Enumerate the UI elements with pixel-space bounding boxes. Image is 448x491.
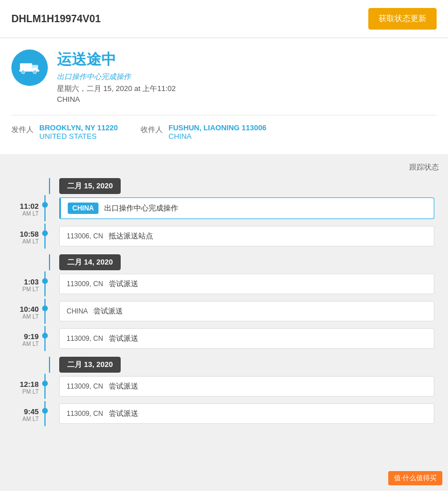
event-description: 尝试派送: [109, 333, 138, 344]
event-box: CHINA出口操作中心完成操作: [59, 197, 434, 219]
timeline-item: 10:40AM LTCHINA尝试派送: [9, 299, 439, 324]
addresses: 发件人 BROOKLYN, NY 11220 UNITED STATES 收件人…: [11, 115, 437, 141]
event-box: 113009, CN尝试派送: [59, 403, 434, 424]
status-subtitle: 出口操作中心完成操作: [57, 72, 176, 82]
recipient-values: FUSHUN, LIAONING 113006 CHINA: [168, 123, 266, 141]
event-time-suffix: AM LT: [22, 238, 39, 245]
event-description: 尝试派送: [109, 279, 138, 289]
event-time: 10:58: [20, 230, 39, 238]
location-plain: CHINA: [67, 307, 88, 315]
svg-point-9: [34, 71, 35, 72]
recipient-block: 收件人 FUSHUN, LIAONING 113006 CHINA: [141, 123, 266, 141]
header: DHLM1H19974V01 获取状态更新: [0, 0, 448, 38]
event-time: 1:03: [24, 278, 39, 286]
event-time: 10:40: [20, 305, 39, 313]
event-time-suffix: AM LT: [22, 416, 39, 422]
svg-marker-2: [32, 65, 38, 68]
tracking-section: 跟踪状态 二月 15, 202011:02AM LTCHINA出口操作中心完成操…: [0, 156, 448, 434]
tracking-header: 跟踪状态: [9, 162, 439, 172]
timeline: 二月 15, 202011:02AM LTCHINA出口操作中心完成操作10:5…: [9, 178, 439, 426]
status-location: CHINA: [57, 95, 176, 104]
tracking-number: DHLM1H19974V01: [11, 13, 101, 25]
event-description: 尝试派送: [109, 381, 138, 391]
timeline-item: 10:58AM LT113006, CN抵达派送站点: [9, 224, 439, 249]
status-main: 运送途中 出口操作中心完成操作 星期六，二月 15, 2020 at 上午11:…: [11, 49, 437, 104]
timeline-item: 11:02AM LTCHINA出口操作中心完成操作: [9, 195, 439, 221]
event-time: 12:18: [20, 380, 39, 389]
status-info: 运送途中 出口操作中心完成操作 星期六，二月 15, 2020 at 上午11:…: [57, 49, 176, 104]
event-description: 尝试派送: [93, 306, 123, 316]
recipient-line1: FUSHUN, LIAONING 113006: [168, 123, 266, 132]
event-description: 尝试派送: [109, 409, 138, 419]
event-box: 113009, CN尝试派送: [59, 376, 434, 397]
timeline-dot: [42, 230, 48, 236]
date-divider-row: 二月 14, 2020: [9, 254, 439, 270]
event-time-suffix: AM LT: [22, 313, 39, 320]
date-divider-row: 二月 13, 2020: [9, 357, 439, 373]
timeline-dot: [42, 306, 48, 311]
svg-point-8: [23, 71, 24, 72]
truck-icon-wrap: [11, 49, 48, 86]
event-time: 11:02: [20, 202, 39, 211]
timeline-dot: [42, 278, 48, 284]
event-box: 113009, CN尝试派送: [59, 328, 434, 349]
date-badge: 二月 13, 2020: [59, 357, 121, 373]
truck-icon: [19, 57, 40, 78]
timeline-dot: [42, 408, 48, 414]
timeline-item: 12:18PM LT113009, CN尝试派送: [9, 374, 439, 399]
event-box: 113009, CN尝试派送: [59, 274, 434, 294]
location-badge: CHINA: [68, 203, 98, 214]
event-time-suffix: PM LT: [22, 389, 39, 395]
event-description: 抵达派送站点: [109, 231, 153, 241]
sender-block: 发件人 BROOKLYN, NY 11220 UNITED STATES: [11, 123, 118, 141]
event-box: 113006, CN抵达派送站点: [59, 226, 434, 246]
sender-values: BROOKLYN, NY 11220 UNITED STATES: [39, 123, 118, 141]
sender-line1: BROOKLYN, NY 11220: [39, 123, 118, 132]
timeline-item: 1:03PM LT113009, CN尝试派送: [9, 271, 439, 296]
recipient-line2: CHINA: [168, 132, 266, 141]
sender-line2: UNITED STATES: [39, 132, 118, 141]
timeline-dot: [42, 381, 48, 386]
status-title: 运送途中: [57, 49, 176, 69]
location-plain: 113006, CN: [67, 232, 103, 240]
date-badge: 二月 15, 2020: [59, 178, 121, 194]
event-time-suffix: PM LT: [22, 286, 39, 292]
event-time: 9:45: [24, 407, 39, 416]
location-plain: 113009, CN: [67, 280, 103, 288]
timeline-dot: [42, 202, 48, 208]
status-date: 星期六，二月 15, 2020 at 上午11:02: [57, 84, 176, 94]
event-box: CHINA尝试派送: [59, 301, 434, 321]
date-badge: 二月 14, 2020: [59, 254, 121, 270]
date-divider-row: 二月 15, 2020: [9, 178, 439, 194]
event-time-suffix: AM LT: [22, 211, 39, 217]
location-plain: 113009, CN: [67, 335, 103, 343]
event-time: 9:19: [24, 332, 39, 341]
timeline-item: 9:45AM LT113009, CN尝试派送: [9, 401, 439, 426]
timeline-item: 9:19AM LT113009, CN尝试派送: [9, 326, 439, 351]
sender-label: 发件人: [11, 123, 34, 141]
location-plain: 113009, CN: [67, 382, 103, 390]
refresh-button[interactable]: 获取状态更新: [368, 8, 437, 30]
timeline-dot: [42, 333, 48, 339]
location-plain: 113009, CN: [67, 410, 103, 418]
recipient-label: 收件人: [141, 123, 163, 141]
status-card: 运送途中 出口操作中心完成操作 星期六，二月 15, 2020 at 上午11:…: [0, 38, 448, 154]
event-description: 出口操作中心完成操作: [104, 203, 178, 213]
event-time-suffix: AM LT: [22, 341, 39, 347]
